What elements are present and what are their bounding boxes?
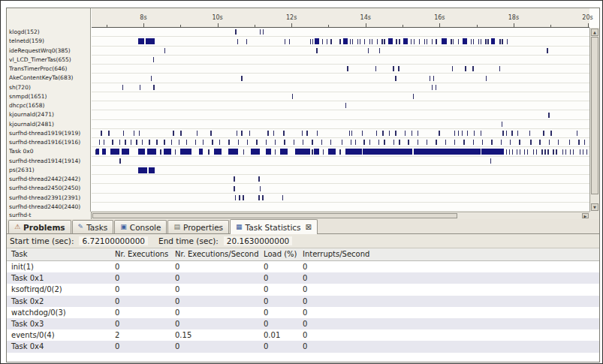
horizontal-scrollbar[interactable]: ▶ <box>92 212 589 219</box>
axis-tick-label: 16s <box>434 14 445 21</box>
event-tick <box>506 149 507 155</box>
timeline-row-track[interactable] <box>92 120 589 129</box>
event-tick <box>243 195 243 200</box>
timeline-row-track[interactable] <box>92 56 589 65</box>
timeline-row-track[interactable] <box>92 129 589 138</box>
event-tick <box>439 131 439 136</box>
timeline-row-track[interactable] <box>92 138 589 147</box>
event-block <box>345 149 362 155</box>
table-cell: 0 <box>170 261 259 272</box>
tab-console[interactable]: ▣Console <box>114 220 167 233</box>
column-header[interactable]: Interrupts/Second <box>298 248 599 260</box>
event-tick <box>467 131 468 136</box>
column-header[interactable]: Task <box>7 248 110 260</box>
event-tick <box>140 85 140 90</box>
timeline-row: AkeContentKeyTa(683) <box>7 74 589 83</box>
event-tick <box>381 39 382 44</box>
timeline-row-label: klogd(152) <box>9 28 89 37</box>
console-icon: ▣ <box>120 224 127 230</box>
tab-label: Tasks <box>86 223 107 232</box>
tab-problems[interactable]: ⚠Problems <box>8 220 71 233</box>
table-row[interactable]: events/0(4)20.150.010 <box>7 329 599 341</box>
event-block <box>363 149 412 155</box>
tab-properties[interactable]: ▤Properties <box>167 220 229 233</box>
event-tick <box>258 176 259 182</box>
table-cell: 0 <box>110 272 170 284</box>
timeline-row: surfhd-thread2442(2442) <box>7 175 589 184</box>
task-statistics-icon: ▦ <box>236 224 243 230</box>
event-tick <box>275 140 276 145</box>
scroll-right-icon[interactable]: ▶ <box>582 213 589 218</box>
timeline-row-track[interactable] <box>92 157 589 166</box>
timeline-row-track[interactable] <box>92 92 589 101</box>
tab-tasks[interactable]: ✎Tasks <box>72 220 114 233</box>
timeline-row-track[interactable] <box>92 147 589 156</box>
table-row[interactable]: watchdog/0(3)0000 <box>7 307 599 318</box>
event-tick <box>375 66 376 71</box>
timeline-row-track[interactable] <box>92 175 589 184</box>
event-tick <box>368 48 369 53</box>
event-tick <box>384 140 384 145</box>
tab-task-statistics[interactable]: ▦Task Statistics⊠ <box>230 219 318 234</box>
timeline-row: surfhd-thread1914(1914) <box>7 157 589 166</box>
event-tick <box>395 131 396 136</box>
table-cell: Task 0x1 <box>7 272 110 284</box>
timeline-row-track[interactable] <box>92 37 589 46</box>
event-tick <box>173 131 173 136</box>
timeline-row-track[interactable] <box>92 83 589 92</box>
timeline-row-label: telnetd(159) <box>9 37 89 46</box>
tab-label: Problems <box>23 223 65 232</box>
timeline-row: dhcpc(1658) <box>7 101 589 110</box>
event-tick <box>577 131 577 136</box>
scroll-down-icon[interactable]: ▼ <box>591 203 598 211</box>
column-header[interactable]: Nr. Executions/Second <box>170 248 259 260</box>
event-tick <box>529 131 530 136</box>
scrollbar-corner <box>589 212 599 219</box>
vertical-scrollbar-thumb[interactable] <box>591 37 598 194</box>
timeline-row-track[interactable] <box>92 166 589 175</box>
tab-close-icon[interactable]: ⊠ <box>306 223 312 231</box>
timeline-row-track[interactable] <box>92 194 589 203</box>
event-block <box>315 38 319 44</box>
timeline-row-label: vl_LCD_TimerTas(655) <box>9 56 89 65</box>
tab-label: Task Statistics <box>246 223 301 232</box>
table-row[interactable]: Task 0x40000 <box>7 341 599 352</box>
table-row[interactable]: Task 0x30000 <box>7 318 599 329</box>
timeline-row-track[interactable] <box>92 203 589 212</box>
event-tick <box>95 149 96 155</box>
timeline-row-track[interactable] <box>92 65 589 74</box>
timeline-row-track[interactable] <box>92 101 589 110</box>
event-tick <box>517 131 518 136</box>
timeline-row-label: ideRequestWrq0(385) <box>9 47 89 56</box>
timeline-row-track[interactable] <box>92 184 589 193</box>
timeline-row-label: surfhd-thread1919(1919) <box>9 129 89 138</box>
axis-tick-label: 10s <box>212 14 222 21</box>
timeline-row-track[interactable] <box>92 28 589 37</box>
column-header[interactable]: Nr. Executions <box>110 248 170 260</box>
timeline-row: telnetd(159) <box>7 37 589 46</box>
timeline-row-track[interactable] <box>92 110 589 119</box>
timeline-row-track[interactable] <box>92 47 589 56</box>
column-header[interactable]: Load (%) <box>259 248 298 260</box>
table-cell: init(1) <box>7 261 110 272</box>
start-time-value: 6.72100000000 <box>79 236 148 245</box>
table-row[interactable]: ksoftirqd/0(2)0000 <box>7 284 599 295</box>
table-cell: Task 0x4 <box>7 341 110 352</box>
event-tick <box>524 149 525 155</box>
horizontal-scrollbar-thumb[interactable] <box>92 213 457 218</box>
table-cell: 0 <box>298 284 599 295</box>
table-row[interactable]: Task 0x20000 <box>7 296 599 307</box>
table-row[interactable]: Task 0x10000 <box>7 272 599 284</box>
scroll-up-icon[interactable]: ▲ <box>591 29 598 36</box>
event-block <box>414 149 481 155</box>
event-tick <box>520 149 520 155</box>
timeline-row-track[interactable] <box>92 74 589 83</box>
event-tick <box>156 140 157 145</box>
timeline-row-label: dhcpc(1658) <box>9 101 89 110</box>
event-tick <box>349 131 350 136</box>
table-row[interactable]: init(1)0000 <box>7 261 599 272</box>
event-tick <box>565 149 566 155</box>
event-block <box>214 149 222 155</box>
event-block <box>491 38 495 44</box>
vertical-scrollbar[interactable]: ▲ ▼ <box>589 28 599 212</box>
